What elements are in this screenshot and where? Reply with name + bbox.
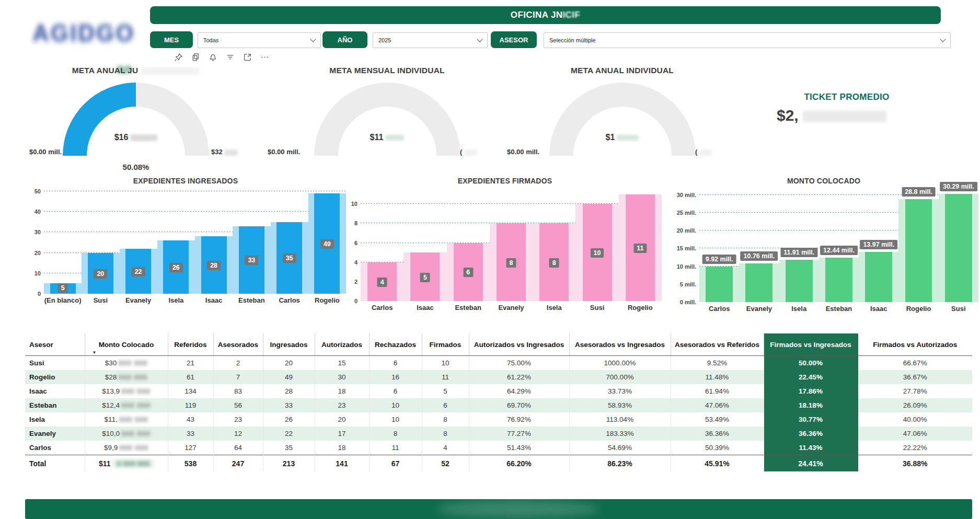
bar-slot-isaac[interactable]: 5: [403, 191, 446, 301]
bar-slot-rogelio[interactable]: 49: [308, 191, 346, 294]
cell-firmados-vs-autorizados: 27.78%: [858, 384, 972, 398]
bar-isela[interactable]: [786, 260, 813, 302]
bar-rogelio[interactable]: [905, 199, 932, 302]
bar-esteban[interactable]: [825, 258, 852, 302]
bar-slot-rogelio[interactable]: 11: [619, 191, 662, 301]
cell-rechazados: 11: [369, 441, 422, 455]
monto-visible: $11,: [104, 416, 117, 423]
mes-dropdown[interactable]: Todas: [198, 32, 321, 48]
bar-slot-isaac[interactable]: 13.97 mill.: [859, 191, 898, 302]
monto-visible: $13,9: [102, 387, 120, 395]
gauge-meta-anual-oficina[interactable]: META ANUAL JU $16 $0.00 mill. $32 50.08%: [21, 66, 251, 175]
bar-value-label: 33: [245, 256, 258, 265]
y-tick-label: 0: [38, 291, 41, 297]
chart-card-monto-colocado: MONTO COLOCADO0 mill.5 mill.10 mill.15 m…: [669, 177, 978, 313]
column-header-monto-colocado[interactable]: Monto Colocado▼: [85, 333, 168, 356]
gauge-max-label: (: [695, 148, 712, 156]
cell-firmados: 8: [422, 412, 469, 426]
bar-evanely[interactable]: [745, 263, 773, 302]
bar-susi[interactable]: [945, 194, 972, 302]
cell-ingresados: 35: [263, 441, 315, 455]
column-header-referidos[interactable]: Referidos: [168, 333, 213, 356]
bar-slot-en-blanco[interactable]: 5: [44, 191, 82, 294]
gauge-meta-mensual-individual[interactable]: META MENSUAL INDIVIDUAL $11 $0.00 mill. …: [260, 66, 514, 175]
gauge-arc-wrap: $11: [314, 83, 460, 156]
x-category-label: Esteban: [233, 297, 270, 305]
cell-asesorados-vs-referidos: 45.91%: [671, 455, 764, 472]
column-header-autorizados[interactable]: Autorizados: [315, 333, 369, 356]
copy-icon[interactable]: [191, 52, 200, 62]
column-header-rechazados[interactable]: Rechazados: [369, 333, 422, 356]
row-asesor: Evanely: [25, 426, 85, 441]
monto-redacted: 888 888: [121, 387, 151, 395]
bar-carlos[interactable]: [706, 267, 733, 302]
bar-slot-rogelio[interactable]: 28.8 mill.: [898, 191, 938, 302]
chart-card-expedientes-ingresados: EXPEDIENTES INGRESADOS010203040505202226…: [25, 177, 346, 305]
asesor-dropdown[interactable]: Selección múltiple: [544, 32, 951, 48]
bar-value-label: 4: [377, 278, 387, 287]
gauge-title-redacted: [141, 67, 200, 75]
column-header-autorizados-vs-ingresados[interactable]: Autorizados vs Ingresados: [469, 333, 569, 356]
column-header-asesorados-vs-referidos[interactable]: Asesorados vs Referidos: [671, 333, 764, 356]
bar-slot-carlos[interactable]: 35: [271, 191, 308, 294]
gauge-value-text: $1: [606, 133, 615, 142]
anio-dropdown[interactable]: 2025: [373, 32, 488, 48]
bar-isaac[interactable]: [865, 252, 892, 302]
y-axis: 0246810: [348, 191, 361, 301]
gauge-title: META ANUAL JU: [21, 66, 251, 75]
bar-slot-evanely[interactable]: 22: [120, 191, 157, 294]
bar-slot-esteban[interactable]: 6: [447, 191, 490, 301]
y-tick-label: 30: [34, 229, 41, 235]
column-header-asesorados[interactable]: Asesorados: [213, 333, 263, 356]
bar-slot-susi[interactable]: 30.29 mill.: [939, 191, 978, 302]
mes-filter-label: MES: [150, 31, 193, 48]
bar-slot-evanely[interactable]: 8: [490, 191, 533, 301]
cell-ingresados: 20: [263, 356, 315, 371]
bar-slot-isaac[interactable]: 28: [195, 191, 233, 294]
gauge-min-label: $0.00 mill.: [507, 148, 539, 156]
column-header-ingresados[interactable]: Ingresados: [263, 333, 315, 356]
bar-slot-esteban[interactable]: 12.44 mill.: [819, 191, 859, 302]
more-options-icon[interactable]: [260, 52, 269, 62]
column-header-firmados-vs-ingresados[interactable]: Firmados vs Ingresados: [764, 333, 858, 356]
bar-slot-susi[interactable]: 20: [82, 191, 119, 294]
gauge-meta-anual-individual[interactable]: META ANUAL INDIVIDUAL $1 $0.00 mill. (: [501, 66, 744, 175]
cell-firmados-vs-autorizados: 66.67%: [858, 356, 972, 371]
ticket-promedio-value: $2,: [742, 107, 951, 124]
bar-value-label: 26: [169, 263, 183, 272]
cell-monto-colocado: $30888 888: [85, 356, 168, 371]
cell-asesorados: 2: [213, 356, 263, 371]
x-category-label: Isela: [533, 304, 575, 312]
bar-slot-carlos[interactable]: 4: [361, 191, 403, 301]
report-canvas: AGIDGO IVI OFICINA JNICIF MES Todas AÑO …: [0, 0, 980, 519]
y-tick-label: 8: [354, 220, 358, 226]
sort-descending-icon[interactable]: ▼: [93, 351, 97, 355]
chart-card-expedientes-firmados: EXPEDIENTES FIRMADOS0246810456881011Carl…: [348, 177, 662, 312]
anio-dropdown-value: 2025: [378, 37, 391, 43]
y-tick-label: 10: [351, 201, 358, 207]
y-tick-label: 10 mill.: [677, 263, 696, 270]
cell-referidos: 33: [168, 426, 213, 441]
cell-firmados-vs-ingresados: 22.45%: [764, 370, 858, 384]
filter-icon[interactable]: [225, 52, 235, 62]
column-header-firmados[interactable]: Firmados: [422, 333, 469, 356]
bar-slot-carlos[interactable]: 9.92 mill.: [699, 191, 739, 302]
bar-slot-evanely[interactable]: 10.76 mill.: [739, 191, 779, 302]
bar-slot-isela[interactable]: 11.91 mill.: [779, 191, 819, 302]
bar-slot-isela[interactable]: 26: [157, 191, 195, 294]
bar-slot-susi[interactable]: 10: [575, 191, 618, 301]
monto-visible: $28: [105, 373, 117, 381]
bar-value-label: 8: [506, 258, 516, 268]
column-header-firmados-vs-autorizados[interactable]: Firmados vs Autorizados: [858, 333, 972, 356]
pin-icon[interactable]: [174, 52, 183, 62]
gauge-value: $16: [63, 133, 209, 142]
column-header-asesor[interactable]: Asesor: [25, 333, 85, 356]
alert-icon[interactable]: [208, 52, 217, 62]
bar-value-label: 35: [283, 253, 296, 263]
cell-monto-colocado: $28888 888: [85, 370, 168, 384]
bar-slot-esteban[interactable]: 33: [233, 191, 270, 294]
bar-slot-isela[interactable]: 8: [533, 191, 575, 301]
company-logo-redacted: AGIDGO: [32, 19, 150, 47]
focus-mode-icon[interactable]: [243, 52, 252, 62]
column-header-asesorados-vs-ingresados[interactable]: Asesorados vs Ingresados: [569, 333, 671, 356]
